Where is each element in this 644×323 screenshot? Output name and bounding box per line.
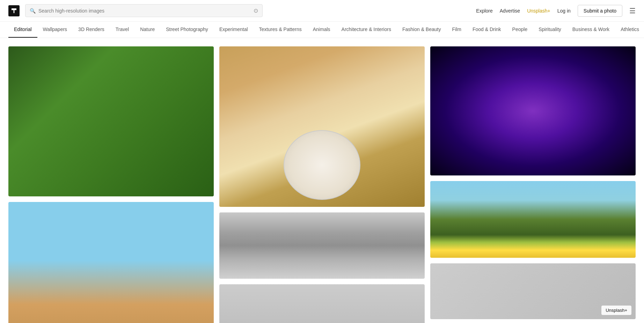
category-item-fashion-beauty[interactable]: Fashion & Beauty [397, 22, 447, 38]
category-item-spirituality[interactable]: Spirituality [533, 22, 567, 38]
advertise-link[interactable]: Advertise [500, 8, 520, 14]
category-item-experimental[interactable]: Experimental [214, 22, 254, 38]
photo-image-bottom2 [219, 284, 425, 323]
photo-card-girl[interactable] [8, 202, 214, 323]
search-input[interactable] [38, 8, 251, 14]
explore-link[interactable]: Explore [476, 8, 492, 14]
photo-image-leaves [8, 46, 214, 196]
food-plate-detail [284, 130, 360, 200]
submit-photo-button[interactable]: Submit a photo [578, 5, 622, 17]
photo-image-girl [8, 202, 214, 323]
unsplash-plus-badge[interactable]: Unsplash+ [601, 306, 631, 315]
category-item-textures-patterns[interactable]: Textures & Patterns [254, 22, 307, 38]
category-item-architecture-interiors[interactable]: Architecture & Interiors [336, 22, 397, 38]
category-item-street-photography[interactable]: Street Photography [160, 22, 214, 38]
photo-card-bottom2[interactable] [219, 284, 425, 323]
camera-icon[interactable]: ⊙ [254, 7, 258, 14]
category-item-animals[interactable]: Animals [307, 22, 336, 38]
category-item-food-drink[interactable]: Food & Drink [467, 22, 507, 38]
category-item-editorial[interactable]: Editorial [8, 22, 37, 38]
photo-col-2 [219, 46, 425, 323]
category-nav: EditorialWallpapers3D RendersTravelNatur… [0, 22, 644, 38]
photo-image-space [430, 46, 636, 175]
photo-card-food[interactable] [219, 46, 425, 207]
category-item-wallpapers[interactable]: Wallpapers [37, 22, 73, 38]
photo-grid: Unsplash+ [8, 46, 636, 323]
logo-icon [12, 8, 16, 13]
photo-card-architecture[interactable] [219, 212, 425, 279]
photo-image-mountain [430, 181, 636, 258]
unsplash-plus-link[interactable]: Unsplash+ [527, 8, 550, 14]
category-item-film[interactable]: Film [446, 22, 467, 38]
site-header: 🔍 ⊙ Explore Advertise Unsplash+ Log in S… [0, 0, 644, 22]
category-item-athletics[interactable]: Athletics [615, 22, 644, 38]
category-item-business-work[interactable]: Business & Work [567, 22, 615, 38]
category-item-nature[interactable]: Nature [134, 22, 160, 38]
search-bar: 🔍 ⊙ [25, 4, 263, 17]
photo-card-mountain[interactable] [430, 181, 636, 258]
photo-image-food [219, 46, 425, 207]
photo-col-1 [8, 46, 214, 323]
hamburger-icon[interactable]: ☰ [629, 7, 636, 15]
search-icon: 🔍 [30, 8, 36, 14]
login-link[interactable]: Log in [557, 8, 571, 14]
logo[interactable] [8, 5, 20, 16]
main-content: Unsplash+ [0, 38, 644, 323]
photo-card-leaves[interactable] [8, 46, 214, 196]
category-item-3d-renders[interactable]: 3D Renders [73, 22, 110, 38]
category-item-people[interactable]: People [507, 22, 533, 38]
photo-image-architecture [219, 212, 425, 279]
photo-col-3: Unsplash+ [430, 46, 636, 323]
header-nav: Explore Advertise Unsplash+ Log in Submi… [476, 5, 636, 17]
photo-card-unsplash-badge[interactable]: Unsplash+ [430, 263, 636, 319]
photo-card-space[interactable] [430, 46, 636, 175]
category-item-travel[interactable]: Travel [110, 22, 134, 38]
